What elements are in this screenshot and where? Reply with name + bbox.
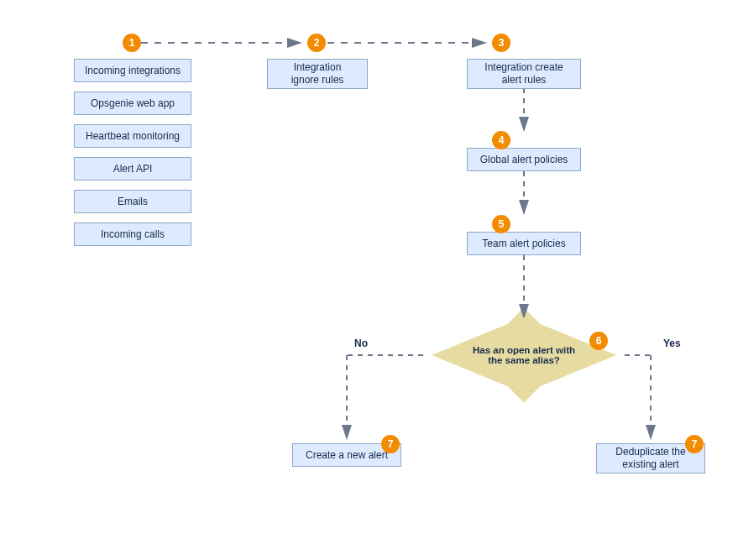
label-yes: Yes [663,338,681,349]
decision-diamond: Has an open alert with the same alias? [432,317,616,393]
node-opsgenie-web-app: Opsgenie web app [74,92,191,115]
node-incoming-integrations: Incoming integrations [74,59,191,82]
node-team-alert-policies: Team alert policies [467,232,581,255]
decision-question: Has an open alert with the same alias? [461,345,587,365]
badge-3: 3 [492,34,510,52]
node-integration-ignore-rules: Integration ignore rules [267,59,368,89]
node-incoming-calls: Incoming calls [74,222,191,246]
badge-4: 4 [492,131,510,149]
label-no: No [354,338,368,349]
node-emails: Emails [74,190,191,213]
badge-1: 1 [123,34,141,52]
badge-6: 6 [589,332,608,350]
badge-5: 5 [492,215,510,233]
badge-7b: 7 [685,435,704,453]
node-alert-api: Alert API [74,157,191,181]
node-integration-create-alert-rules: Integration create alert rules [467,59,581,89]
node-heartbeat-monitoring: Heartbeat monitoring [74,124,191,148]
badge-2: 2 [307,34,326,52]
connector-lines [0,0,738,560]
badge-7a: 7 [381,435,400,453]
node-global-alert-policies: Global alert policies [467,148,581,171]
